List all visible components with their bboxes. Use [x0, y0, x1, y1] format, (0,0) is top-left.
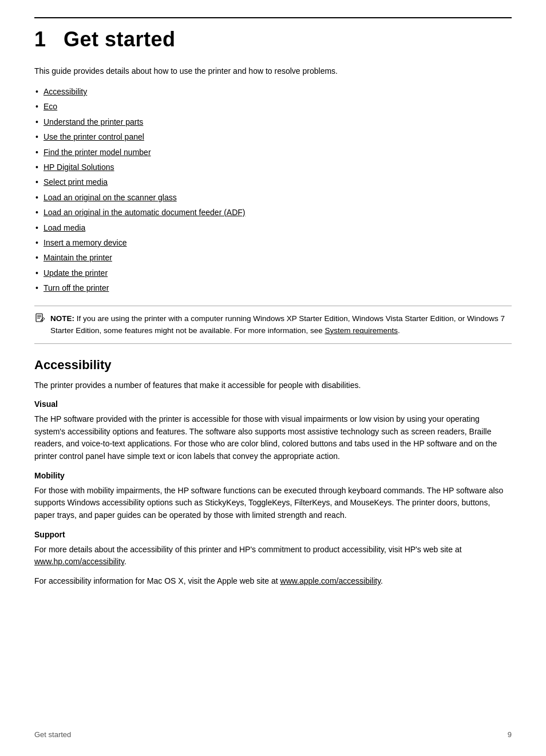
list-item: Select print media [34, 176, 512, 188]
toc-link-maintain[interactable]: Maintain the printer [43, 253, 112, 262]
intro-text: This guide provides details about how to… [34, 65, 512, 77]
toc-link-load-media[interactable]: Load media [43, 223, 85, 232]
note-link-system-requirements[interactable]: System requirements [325, 326, 398, 335]
note-suffix: . [398, 326, 400, 335]
list-item: Eco [34, 100, 512, 113]
toc-link-update[interactable]: Update the printer [43, 268, 108, 278]
toc-link-eco[interactable]: Eco [43, 102, 57, 111]
list-item: Maintain the printer [34, 251, 512, 264]
list-item: Use the printer control panel [34, 130, 512, 143]
hp-accessibility-link[interactable]: www.hp.com/accessibility [34, 557, 124, 566]
note-prefix: NOTE: [50, 314, 74, 323]
toc-link-model-number[interactable]: Find the printer model number [43, 148, 151, 157]
page-container: 1 Get started This guide provides detail… [0, 0, 546, 756]
note-text: NOTE: If you are using the printer with … [50, 313, 512, 337]
toc-link-scanner-glass[interactable]: Load an original on the scanner glass [43, 193, 177, 202]
apple-accessibility-link[interactable]: www.apple.com/accessibility [280, 576, 381, 585]
support-suffix-2: . [381, 576, 383, 585]
footer-page-number: 9 [508, 730, 512, 739]
mobility-text: For those with mobility impairments, the… [34, 485, 512, 522]
chapter-title: 1 Get started [34, 27, 512, 52]
support-suffix-1: . [124, 557, 126, 566]
accessibility-intro: The printer provides a number of feature… [34, 379, 512, 391]
footer-section-label: Get started [34, 730, 71, 739]
list-item: Load an original in the automatic docume… [34, 206, 512, 219]
note-icon [34, 313, 46, 326]
note-box: NOTE: If you are using the printer with … [34, 306, 512, 344]
list-item: HP Digital Solutions [34, 161, 512, 173]
top-border [34, 17, 512, 18]
toc-link-print-media[interactable]: Select print media [43, 177, 108, 187]
toc-link-accessibility[interactable]: Accessibility [43, 87, 87, 96]
mobility-heading: Mobility [34, 471, 512, 480]
list-item: Load media [34, 221, 512, 234]
support-text-1: For more details about the accessibility… [34, 545, 462, 554]
toc-link-digital-solutions[interactable]: HP Digital Solutions [43, 163, 114, 172]
list-item: Accessibility [34, 85, 512, 98]
list-item: Update the printer [34, 267, 512, 279]
chapter-number: 1 [34, 27, 46, 51]
svg-rect-1 [37, 315, 41, 316]
list-item: Turn off the printer [34, 282, 512, 294]
note-body: If you are using the printer with a comp… [50, 314, 505, 334]
toc-link-turn-off[interactable]: Turn off the printer [43, 283, 109, 292]
visual-text: The HP software provided with the printe… [34, 413, 512, 463]
toc-link-printer-parts[interactable]: Understand the printer parts [43, 117, 143, 126]
support-text-2: For accessibility information for Mac OS… [34, 576, 280, 585]
accessibility-section: Accessibility The printer provides a num… [34, 358, 512, 588]
visual-subsection: Visual The HP software provided with the… [34, 399, 512, 463]
list-item: Find the printer model number [34, 146, 512, 159]
page-footer: Get started 9 [34, 730, 512, 739]
list-item: Insert a memory device [34, 236, 512, 249]
toc-link-memory-device[interactable]: Insert a memory device [43, 238, 127, 247]
support-subsection: Support For more details about the acces… [34, 530, 512, 588]
mobility-subsection: Mobility For those with mobility impairm… [34, 471, 512, 522]
support-heading: Support [34, 530, 512, 539]
toc-list: Accessibility Eco Understand the printer… [34, 85, 512, 294]
chapter-title-text: Get started [64, 27, 176, 51]
accessibility-title: Accessibility [34, 358, 512, 373]
support-paragraph-2: For accessibility information for Mac OS… [34, 575, 512, 588]
svg-rect-3 [37, 318, 40, 319]
visual-heading: Visual [34, 399, 512, 409]
list-item: Understand the printer parts [34, 116, 512, 128]
svg-rect-2 [37, 316, 41, 317]
support-paragraph-1: For more details about the accessibility… [34, 544, 512, 568]
toc-link-control-panel[interactable]: Use the printer control panel [43, 132, 144, 141]
toc-link-adf[interactable]: Load an original in the automatic docume… [43, 208, 246, 217]
list-item: Load an original on the scanner glass [34, 191, 512, 204]
